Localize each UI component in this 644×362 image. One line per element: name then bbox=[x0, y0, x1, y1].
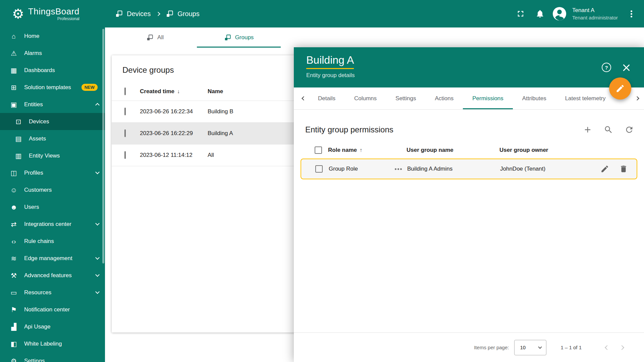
chevron-up-icon bbox=[95, 103, 100, 107]
sidebar-item-label: Integrations center bbox=[24, 221, 96, 228]
breadcrumb: Devices Groups bbox=[115, 10, 200, 18]
tab-columns[interactable]: Columns bbox=[345, 87, 386, 109]
sidebar-item-notification-center[interactable]: ⚑ Notification center bbox=[0, 301, 105, 318]
row-checkbox[interactable] bbox=[124, 129, 126, 137]
thingsboard-logo-icon: ⚙ bbox=[12, 7, 24, 20]
sidebar-scrollbar[interactable] bbox=[102, 29, 104, 263]
drawer-subtitle: Entity group details bbox=[306, 72, 644, 79]
fullscreen-button[interactable] bbox=[513, 6, 529, 22]
tab-settings[interactable]: Settings bbox=[386, 87, 425, 109]
sidebar-item-customers[interactable]: ☺ Customers bbox=[0, 181, 105, 198]
permissions-title: Entity group permissions bbox=[305, 125, 393, 134]
tabs-scroll-left-button[interactable] bbox=[299, 87, 309, 109]
user-avatar[interactable] bbox=[551, 6, 568, 22]
sidebar-item-dashboards[interactable]: ▦ Dashboards bbox=[0, 62, 105, 79]
column-user-group-owner[interactable]: User group owner bbox=[499, 147, 637, 154]
select-all-checkbox[interactable] bbox=[124, 87, 126, 95]
next-page-button[interactable] bbox=[614, 340, 629, 355]
row-checkbox[interactable] bbox=[124, 108, 126, 115]
breadcrumb-groups[interactable]: Groups bbox=[166, 10, 200, 18]
sidebar-item-alarms[interactable]: ⚠ Alarms bbox=[0, 45, 105, 62]
more-menu-button[interactable] bbox=[624, 6, 639, 22]
top-bar-actions: Tenant A Tenant administrator bbox=[513, 6, 639, 22]
sidebar-item-assets[interactable]: ▤ Assets bbox=[0, 130, 105, 147]
column-created-time[interactable]: Created time↓ bbox=[140, 88, 208, 95]
tab-groups[interactable]: Groups bbox=[197, 27, 281, 48]
tab-permissions[interactable]: Permissions bbox=[463, 87, 513, 109]
sidebar-item-label: Rule chains bbox=[24, 238, 99, 245]
api-usage-icon: ▟ bbox=[9, 323, 19, 330]
delete-row-button[interactable] bbox=[619, 165, 628, 173]
search-icon bbox=[604, 125, 613, 134]
items-per-page-label: Items per page: bbox=[474, 345, 509, 350]
edit-fab-button[interactable] bbox=[609, 77, 631, 100]
sidebar-item-users[interactable]: ☻ Users bbox=[0, 198, 105, 216]
chevron-down-icon bbox=[95, 255, 100, 260]
chevron-down-icon bbox=[95, 170, 100, 174]
entity-group-drawer: Building A Entity group details ? Detail… bbox=[294, 47, 644, 362]
app-edition: Professional bbox=[57, 16, 79, 21]
notifications-button[interactable] bbox=[532, 6, 548, 22]
sidebar-item-label: Resources bbox=[24, 289, 96, 296]
cell-user-group-name: Building A Admins bbox=[407, 166, 500, 172]
sidebar-item-home[interactable]: ⌂ Home bbox=[0, 27, 105, 45]
sidebar-item-advanced-features[interactable]: ⚒ Advanced features bbox=[0, 267, 105, 284]
sidebar-item-white-labeling[interactable]: ◧ White Labeling bbox=[0, 335, 105, 352]
refresh-button[interactable] bbox=[625, 125, 634, 134]
row-more-icon[interactable] bbox=[397, 168, 399, 170]
pagination: Items per page: 10 1 – 1 of 1 bbox=[294, 333, 644, 362]
sidebar-item-rule-chains[interactable]: ‹› Rule chains bbox=[0, 233, 105, 250]
breadcrumb-label: Groups bbox=[177, 10, 200, 18]
help-icon[interactable]: ? bbox=[602, 63, 611, 72]
permission-row[interactable]: Group Role Building A Admins JohnDoe (Te… bbox=[301, 159, 637, 179]
tenant-info: Tenant A Tenant administrator bbox=[572, 7, 618, 20]
add-permission-button[interactable] bbox=[583, 125, 592, 134]
sidebar-item-devices[interactable]: ⊡ Devices bbox=[0, 113, 105, 130]
refresh-icon bbox=[625, 125, 634, 134]
select-all-checkbox[interactable] bbox=[315, 146, 322, 154]
app-name: ThingsBoard bbox=[28, 6, 79, 17]
previous-page-button[interactable] bbox=[600, 340, 614, 355]
tabs-scroll-right-button[interactable] bbox=[632, 87, 642, 109]
sidebar: ⚙ ThingsBoard Professional ⌂ Home ⚠ Alar… bbox=[0, 0, 105, 362]
integrations-icon: ⇄ bbox=[9, 221, 19, 228]
device-tabs: All Groups bbox=[105, 27, 644, 48]
close-icon[interactable] bbox=[622, 63, 631, 72]
column-role-name[interactable]: Role name↑ bbox=[328, 147, 407, 154]
row-checkbox[interactable] bbox=[315, 165, 323, 173]
sidebar-item-edge-management[interactable]: ≋ Edge management bbox=[0, 250, 105, 267]
users-icon: ☻ bbox=[9, 204, 19, 210]
tab-all[interactable]: All bbox=[113, 27, 197, 48]
sidebar-item-label: Devices bbox=[29, 118, 99, 125]
tab-latest-telemetry[interactable]: Latest telemetry bbox=[556, 87, 615, 109]
row-checkbox[interactable] bbox=[124, 151, 126, 159]
edge-management-icon: ≋ bbox=[9, 255, 19, 262]
tab-details[interactable]: Details bbox=[309, 87, 345, 109]
sidebar-nav: ⌂ Home ⚠ Alarms ▦ Dashboards ⊞ Solution … bbox=[0, 27, 105, 362]
tab-actions[interactable]: Actions bbox=[426, 87, 463, 109]
tab-attributes[interactable]: Attributes bbox=[513, 87, 556, 109]
sidebar-item-solution-templates[interactable]: ⊞ Solution templates NEW bbox=[0, 79, 105, 96]
sidebar-item-profiles[interactable]: ◫ Profiles bbox=[0, 164, 105, 181]
column-user-group-name[interactable]: User group name bbox=[407, 147, 499, 154]
breadcrumb-devices[interactable]: Devices bbox=[115, 10, 151, 18]
sidebar-item-label: Advanced features bbox=[24, 272, 96, 279]
drawer-header: Building A Entity group details ? bbox=[294, 47, 644, 87]
thingsboard-logo[interactable]: ⚙ ThingsBoard Professional bbox=[0, 0, 105, 27]
sidebar-item-settings[interactable]: ⚙ Settings bbox=[0, 352, 105, 362]
rule-chains-icon: ‹› bbox=[9, 238, 19, 245]
sidebar-item-resources[interactable]: ▭ Resources bbox=[0, 284, 105, 301]
sort-asc-icon: ↑ bbox=[360, 147, 362, 153]
items-per-page-select[interactable]: 10 bbox=[514, 340, 546, 355]
edit-row-button[interactable] bbox=[600, 165, 609, 173]
solution-templates-icon: ⊞ bbox=[9, 84, 19, 91]
sidebar-item-entity-views[interactable]: ▥ Entity Views bbox=[0, 147, 105, 164]
sidebar-item-integrations-center[interactable]: ⇄ Integrations center bbox=[0, 216, 105, 233]
sidebar-item-label: Profiles bbox=[24, 170, 96, 176]
avatar-icon bbox=[551, 6, 568, 22]
search-button[interactable] bbox=[604, 125, 613, 134]
sidebar-item-api-usage[interactable]: ▟ Api Usage bbox=[0, 318, 105, 335]
sidebar-item-entities[interactable]: ▣ Entities bbox=[0, 96, 105, 113]
new-badge: NEW bbox=[82, 84, 98, 91]
tenant-name: Tenant A bbox=[572, 7, 618, 14]
